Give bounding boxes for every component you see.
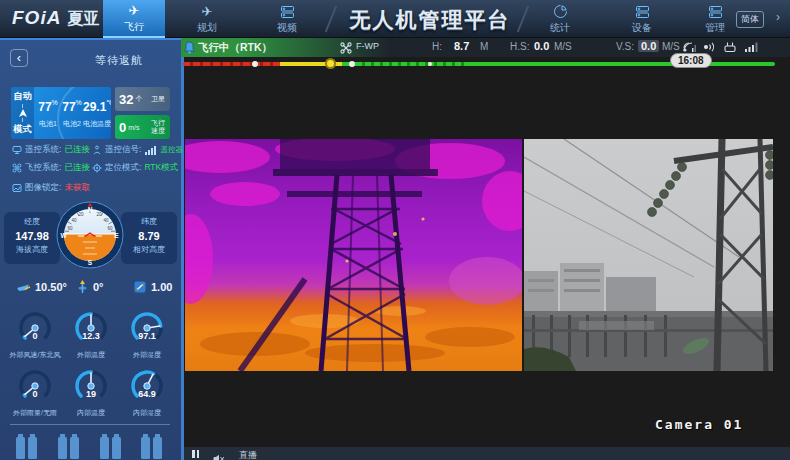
waypoint-dot[interactable]: [349, 61, 355, 67]
gauge-label: 外部温度: [63, 350, 119, 360]
fc-system-status: 飞控系统: 已连接: [12, 162, 90, 174]
tab-statistics-label: 统计: [550, 21, 570, 35]
h-speed-value: 0.0: [534, 40, 549, 52]
tab-video[interactable]: 视频: [256, 0, 318, 38]
image-lock-label: 图像锁定:: [25, 182, 61, 194]
v-speed-unit: M/S: [662, 41, 680, 52]
rc-system-icon: [12, 145, 22, 155]
longitude-label: 经度: [4, 216, 60, 227]
language-button[interactable]: 简体: [736, 11, 764, 28]
tab-statistics[interactable]: 统计: [529, 0, 591, 38]
svg-text:60: 60: [107, 226, 113, 231]
waypoint-dot[interactable]: [252, 61, 258, 67]
h-speed-unit: M/S: [554, 41, 572, 52]
mode-bottom-label: 模式: [14, 123, 32, 136]
sidebar-scrollbar[interactable]: [181, 57, 184, 460]
zoom-factor-readout: 1.00: [133, 280, 172, 294]
top-navigation-bar: FOiA 夏亚 ✈ 飞行 ✈ 规划 视频 无人机管理平台 统计: [0, 0, 790, 38]
battery-bank-icon: [58, 437, 79, 459]
timeline-tick-marks: [356, 62, 466, 66]
camera-name-overlay: Camera 01: [655, 417, 743, 432]
page-title: 无人机管理平台: [340, 6, 520, 34]
battery1-value: 77: [38, 100, 51, 114]
gauges-grid: 0外部风速/东北风12.3外部温度97.1外部湿度0外部雨量/无雨19内部温度6…: [7, 308, 175, 418]
management-icon: [708, 4, 723, 20]
altitude-value: 8.7: [454, 40, 469, 52]
relative-altitude-value: 8.79: [121, 230, 177, 242]
battery-temp-readout: 29.1℃ 电池温度: [83, 97, 111, 129]
battery2-readout: 77% 电池2: [61, 97, 83, 129]
zoom-factor-icon: [133, 280, 147, 294]
visible-camera-feed[interactable]: [524, 139, 773, 371]
rc-signal-bars-icon: [145, 146, 156, 155]
svg-text:40: 40: [103, 218, 109, 223]
flight-icon: ✈: [129, 3, 140, 19]
positioning-icon: [92, 163, 102, 173]
longitude-altitude-panel: 经度 147.98 海拔高度: [4, 212, 60, 264]
gauge-value: 97.1: [119, 331, 175, 341]
active-waypoint-marker[interactable]: [325, 58, 336, 69]
tab-management-label: 管理: [705, 21, 725, 35]
video-list-icon: [280, 4, 295, 20]
image-lock-status: 图像锁定: 未获取: [12, 182, 90, 194]
fc-system-icon: [12, 163, 22, 173]
svg-text:20: 20: [78, 212, 84, 217]
tab-video-label: 视频: [277, 21, 297, 35]
back-button[interactable]: ‹: [10, 49, 28, 67]
gauge-label: 外部雨量/无雨: [7, 408, 63, 418]
mode-top-label: 自动: [14, 90, 32, 103]
brand-logo: FOiA 夏亚: [12, 7, 99, 30]
tab-devices-label: 设备: [632, 21, 652, 35]
chevron-right-icon[interactable]: ›: [776, 10, 780, 24]
gimbal-pitch-icon: [16, 280, 31, 293]
timeline-segment-flown[interactable]: [183, 62, 280, 66]
battery-bank-icon: [16, 437, 37, 459]
rc-system-label: 遥控系统:: [25, 144, 61, 156]
thermal-camera-feed[interactable]: [185, 139, 522, 371]
tab-planning[interactable]: ✈ 规划: [176, 0, 238, 38]
device-icon: [635, 4, 650, 20]
battery2-unit: %: [76, 99, 82, 106]
sea-altitude-label: 海拔高度: [4, 244, 60, 255]
v-speed-label: V.S:: [616, 41, 634, 52]
battery-bank-icon: [100, 437, 121, 459]
tab-flight-label: 飞行: [124, 20, 144, 34]
signal-bars-icon: [744, 41, 758, 53]
drone-icon: [340, 42, 352, 56]
gimbal-pitch-value: 10.50°: [35, 281, 67, 293]
speaker-muted-icon[interactable]: [213, 450, 225, 460]
attitude-indicator: 60 40 20 20 40 60 N E: [56, 201, 124, 269]
gauge-ext-humidity: 97.1外部湿度: [119, 308, 175, 360]
audio-icon: [703, 41, 716, 53]
satellite-count-value: 32: [119, 92, 133, 107]
satellite-label: 卫星: [150, 95, 166, 103]
battery1-label: 电池1: [37, 119, 59, 129]
rc-system-value: 已连接: [64, 144, 90, 156]
waypoint-dot[interactable]: [428, 62, 432, 66]
flight-speed-unit: m/s: [128, 124, 139, 131]
fc-system-value: 已连接: [64, 162, 90, 174]
flight-mode-panel: 自动 模式 77% 电池1 77% 电池2 29.1℃ 电池温度: [11, 87, 111, 139]
gauge-value: 12.3: [63, 331, 119, 341]
relative-altitude-label: 相对高度: [121, 244, 177, 255]
gauge-label: 外部湿度: [119, 350, 175, 360]
yaw-readout: 0°: [76, 280, 104, 294]
gauge-value: 64.9: [119, 389, 175, 399]
satellite-count-panel: 32 个 卫星: [115, 87, 170, 111]
image-lock-icon: [12, 183, 22, 193]
battery-temp-label: 电池温度: [83, 119, 111, 129]
tab-flight[interactable]: ✈ 飞行: [103, 0, 165, 38]
divider: [325, 6, 338, 32]
fc-system-label: 飞控系统:: [25, 162, 61, 174]
compass-w: W: [60, 232, 67, 239]
alert-bell-icon[interactable]: [183, 41, 196, 59]
rc-signal-value: 遥控器: [160, 145, 183, 155]
sea-altitude-value: 147.98: [4, 230, 60, 242]
satellite-count-unit: 个: [135, 94, 142, 104]
live-label: 直播: [239, 449, 257, 460]
tab-devices[interactable]: 设备: [611, 0, 673, 38]
pause-button[interactable]: [192, 450, 199, 458]
gauge-wind: 0外部风速/东北风: [7, 308, 63, 360]
v-speed-value: 0.0: [638, 40, 659, 52]
compass-s: S: [88, 259, 93, 266]
